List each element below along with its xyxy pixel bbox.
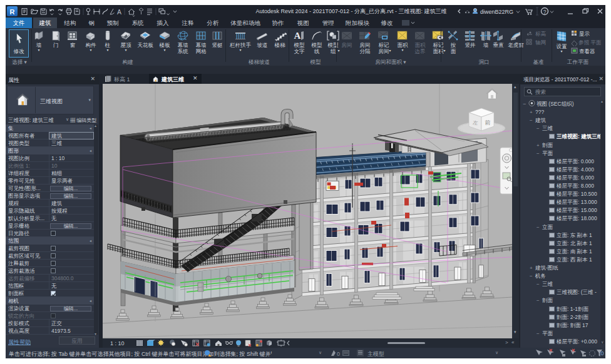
svg-text:A: A [294,31,301,41]
svg-text:参照 平面: 参照 平面 [578,39,602,46]
svg-text:轴网: 轴网 [535,39,546,46]
svg-text:显示: 显示 [579,31,590,37]
svg-text:R: R [10,8,15,16]
svg-text:0: 0 [337,351,340,357]
svg-text:?: ? [543,9,547,15]
svg-text:标高: 标高 [535,31,547,37]
svg-text:左: 左 [473,120,478,126]
svg-text:diwenB22RG: diwenB22RG [480,9,513,15]
svg-text:前: 前 [485,119,491,126]
svg-text:A: A [117,8,121,16]
svg-text:查看器: 查看器 [579,48,595,54]
